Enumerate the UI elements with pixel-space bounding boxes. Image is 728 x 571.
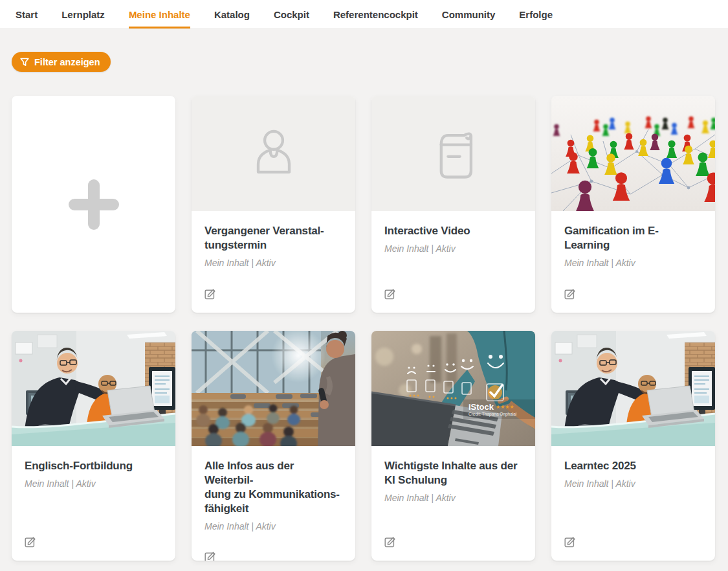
two-men-laptop-photo	[12, 331, 175, 446]
edit-button[interactable]	[25, 536, 36, 548]
funnel-icon	[20, 58, 29, 67]
edit-button[interactable]	[384, 536, 396, 548]
card-thumbnail-two-men-laptop	[551, 331, 715, 446]
card-footer	[25, 517, 162, 550]
content-card[interactable]: Learntec 2025 Mein Inhalt | Aktiv	[551, 331, 715, 561]
card-meta: Mein Inhalt | Aktiv	[564, 478, 702, 489]
edit-icon	[25, 536, 36, 548]
card-title: Interactive Video	[384, 224, 522, 238]
edit-icon	[204, 288, 216, 300]
card-title: Alle Infos aus der Weiterbil- dung zu Ko…	[204, 459, 342, 516]
content-card[interactable]: iStock ★★★★ Credit: Thapana Onphalai Wic…	[371, 331, 535, 561]
tab-label: Community	[442, 9, 496, 20]
card-body: Wichtigste Inhalte aus der KI Schulung M…	[371, 446, 535, 561]
edit-button[interactable]	[564, 288, 576, 300]
tab-label: Erfolge	[519, 9, 553, 20]
content-card[interactable]: Englisch-Fortbildung Mein Inhalt | Aktiv	[12, 331, 175, 561]
card-thumbnail-smiley-rating: iStock ★★★★ Credit: Thapana Onphalai	[371, 331, 535, 446]
tab-label: Lernplatz	[61, 9, 105, 20]
card-thumbnail-book-placeholder	[371, 96, 535, 211]
tab-label: Cockpit	[274, 9, 309, 20]
card-thumbnail-two-men-laptop	[12, 331, 175, 446]
card-body: Alle Infos aus der Weiterbil- dung zu Ko…	[192, 446, 355, 561]
card-body: Gamification im E-Learning Mein Inhalt |…	[551, 211, 715, 313]
edit-icon	[204, 551, 216, 561]
card-thumbnail-game-pawns	[551, 96, 715, 211]
tab-erfolge[interactable]: Erfolge	[519, 0, 553, 28]
game-pawns-photo	[551, 96, 715, 211]
card-body: Learntec 2025 Mein Inhalt | Aktiv	[551, 446, 715, 561]
auditorium-speaker-photo	[192, 331, 355, 446]
card-meta: Mein Inhalt | Aktiv	[204, 521, 342, 532]
card-title: Vergangener Veranstal- tungstermin	[204, 224, 342, 252]
edit-icon	[564, 536, 576, 548]
card-footer	[564, 517, 702, 550]
card-meta: Mein Inhalt | Aktiv	[384, 243, 522, 254]
edit-icon	[384, 288, 396, 300]
tab-label: Meine Inhalte	[129, 9, 190, 20]
card-footer	[204, 532, 342, 561]
card-meta: Mein Inhalt | Aktiv	[384, 493, 522, 503]
content-card[interactable]: Vergangener Veranstal- tungstermin Mein …	[192, 96, 355, 313]
card-title: Wichtigste Inhalte aus der KI Schulung	[384, 459, 522, 487]
main-content: Filter anzeigen Vergangener Veranstal- t…	[0, 29, 728, 561]
content-card[interactable]: Alle Infos aus der Weiterbil- dung zu Ko…	[192, 331, 355, 561]
card-body: Englisch-Fortbildung Mein Inhalt | Aktiv	[12, 446, 175, 561]
tab-lernplatz[interactable]: Lernplatz	[61, 0, 105, 28]
content-card[interactable]: Gamification im E-Learning Mein Inhalt |…	[551, 96, 715, 313]
add-content-card[interactable]	[12, 96, 175, 313]
book-placeholder-icon	[423, 122, 485, 185]
top-nav: Start Lernplatz Meine Inhalte Katalog Co…	[0, 0, 728, 29]
edit-button[interactable]	[384, 288, 396, 300]
card-meta: Mein Inhalt | Aktiv	[25, 478, 162, 489]
istock-watermark: iStock	[469, 402, 494, 412]
plus-icon	[69, 179, 119, 230]
card-title: Learntec 2025	[564, 459, 702, 473]
smiley-rating-laptop-photo: iStock ★★★★ Credit: Thapana Onphalai	[371, 331, 535, 446]
tab-start[interactable]: Start	[16, 0, 38, 28]
watermark-credit: Credit: Thapana Onphalai	[469, 412, 516, 417]
edit-button[interactable]	[204, 288, 216, 300]
watermark-stars: ★★★★	[496, 404, 514, 410]
card-body: Interactive Video Mein Inhalt | Aktiv	[371, 211, 535, 313]
show-filter-button[interactable]: Filter anzeigen	[12, 52, 111, 72]
tab-label: Start	[16, 9, 38, 20]
card-body: Vergangener Veranstal- tungstermin Mein …	[192, 211, 355, 313]
card-title: Englisch-Fortbildung	[25, 459, 162, 473]
tab-community[interactable]: Community	[442, 0, 496, 28]
tab-referentencockpit[interactable]: Referentencockpit	[333, 0, 418, 28]
card-thumbnail-person-placeholder	[192, 96, 355, 211]
edit-icon	[384, 536, 396, 548]
edit-icon	[564, 288, 576, 300]
person-placeholder-icon	[243, 122, 305, 185]
tab-label: Referentencockpit	[333, 9, 418, 20]
card-footer	[564, 269, 702, 302]
nav-tabs: Start Lernplatz Meine Inhalte Katalog Co…	[0, 0, 553, 28]
card-thumbnail-auditorium	[192, 331, 355, 446]
card-footer	[384, 269, 522, 302]
tab-cockpit[interactable]: Cockpit	[274, 0, 309, 28]
two-men-laptop-photo	[551, 331, 715, 446]
tab-label: Katalog	[214, 9, 250, 20]
content-card-grid: Vergangener Veranstal- tungstermin Mein …	[12, 96, 715, 561]
filter-button-label: Filter anzeigen	[34, 57, 100, 67]
edit-button[interactable]	[204, 551, 216, 561]
card-footer	[384, 517, 522, 550]
card-meta: Mein Inhalt | Aktiv	[564, 258, 702, 268]
card-footer	[204, 269, 342, 302]
tab-katalog[interactable]: Katalog	[214, 0, 250, 28]
tab-meine-inhalte[interactable]: Meine Inhalte	[129, 0, 190, 28]
content-card[interactable]: Interactive Video Mein Inhalt | Aktiv	[371, 96, 535, 313]
card-title: Gamification im E-Learning	[564, 224, 702, 252]
edit-button[interactable]	[564, 536, 576, 548]
card-meta: Mein Inhalt | Aktiv	[204, 258, 342, 268]
